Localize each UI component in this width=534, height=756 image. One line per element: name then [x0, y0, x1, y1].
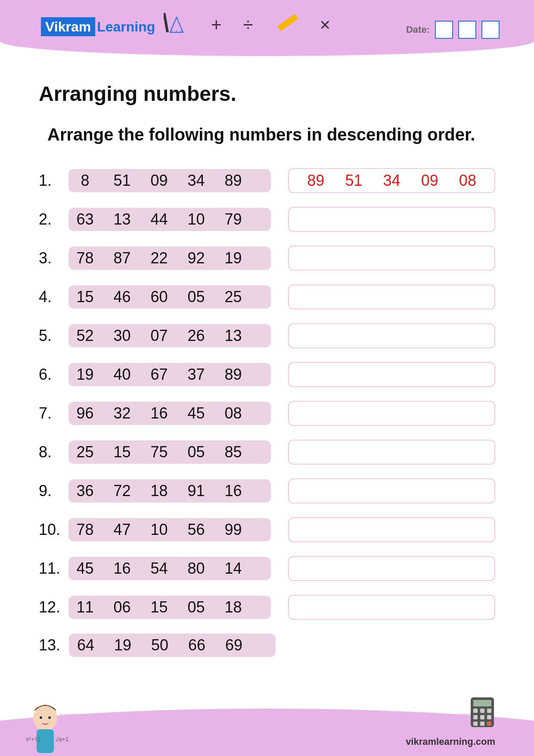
svg-text:x²+⅔: x²+⅔ — [26, 736, 40, 743]
number-chips: 6313441079 — [68, 208, 271, 231]
question-row: 2.6313441079 — [39, 207, 495, 232]
number-chip: 69 — [223, 636, 245, 654]
row-number: 2. — [39, 210, 68, 228]
svg-rect-13 — [473, 709, 478, 713]
number-chip: 15 — [75, 288, 96, 306]
number-chips: 1106150518 — [68, 596, 271, 619]
student-icon: x²+⅔ √a+1 — [22, 698, 69, 756]
answer-box[interactable] — [288, 284, 495, 309]
answer-box[interactable] — [288, 517, 495, 542]
content: Arranging numbers. Arrange the following… — [0, 56, 534, 657]
plus-icon: + — [211, 15, 222, 35]
row-number: 8. — [39, 443, 68, 461]
number-chip: 96 — [75, 404, 96, 422]
number-chip: 89 — [223, 172, 244, 190]
date-box-2[interactable] — [458, 21, 476, 39]
number-chip: 85 — [223, 443, 244, 461]
footer-wave — [0, 709, 534, 756]
number-chip: 44 — [149, 210, 170, 228]
number-chip: 60 — [149, 288, 170, 306]
number-chip: 64 — [75, 636, 96, 654]
question-row: 5.5230072613 — [39, 323, 495, 348]
answer-box[interactable] — [288, 440, 495, 465]
rows-container: 1.85109348989513409082.63134410793.78872… — [39, 168, 495, 657]
number-chip: 67 — [149, 366, 170, 384]
number-chip: 15 — [112, 443, 133, 461]
answer-box[interactable]: 8951340908 — [288, 168, 495, 193]
svg-rect-18 — [487, 715, 491, 719]
number-chip: 22 — [149, 249, 170, 267]
answer-box[interactable] — [288, 595, 495, 620]
number-chip: 36 — [75, 482, 96, 500]
number-chip: 87 — [112, 249, 133, 267]
number-chip: 8 — [75, 172, 96, 190]
number-chip: 75 — [149, 443, 170, 461]
question-row: 8.2515750585 — [39, 440, 495, 465]
number-chip: 34 — [186, 172, 207, 190]
question-row: 12.1106150518 — [39, 595, 495, 620]
number-chip: 13 — [112, 210, 133, 228]
number-chip: 11 — [75, 598, 96, 616]
row-number: 11. — [39, 559, 68, 578]
date-area: Date: — [406, 21, 500, 39]
answer-box[interactable] — [288, 323, 495, 348]
number-chip: 89 — [223, 366, 244, 384]
number-chip: 19 — [112, 636, 134, 654]
question-row: 3.7887229219 — [39, 246, 495, 271]
number-chip: 79 — [223, 210, 244, 228]
date-box-1[interactable] — [435, 21, 453, 39]
number-chip: 19 — [223, 249, 244, 267]
number-chip: 09 — [149, 172, 170, 190]
logo: VikramLearning — [41, 19, 155, 35]
number-chip: 14 — [223, 559, 244, 578]
multiply-icon: × — [320, 15, 331, 35]
number-chip: 63 — [75, 210, 96, 228]
question-row: 11.4516548014 — [39, 556, 495, 581]
answer-box[interactable] — [288, 401, 495, 426]
question-row: 6.1940673789 — [39, 362, 495, 387]
number-chip: 32 — [112, 404, 133, 422]
number-chip: 16 — [223, 482, 244, 500]
number-chip: 37 — [186, 366, 207, 384]
row-number: 4. — [39, 288, 68, 306]
number-chips: 6419506669 — [69, 634, 276, 657]
number-chip: 16 — [112, 559, 133, 578]
number-chip: 10 — [149, 521, 170, 539]
svg-rect-4 — [277, 14, 298, 31]
question-row: 4.1546600525 — [39, 284, 495, 309]
svg-point-7 — [48, 716, 51, 719]
number-chips: 9632164508 — [68, 402, 271, 425]
number-chip: 18 — [223, 598, 244, 616]
number-chips: 851093489 — [68, 169, 271, 192]
number-chip: 99 — [223, 521, 244, 539]
number-chips: 3672189116 — [68, 479, 271, 503]
answer-box[interactable] — [288, 207, 495, 232]
number-chip: 78 — [75, 521, 96, 539]
answer-box[interactable] — [288, 246, 495, 271]
answer-box[interactable] — [288, 362, 495, 387]
answer-box[interactable] — [288, 478, 495, 503]
number-chips: 2515750585 — [68, 440, 271, 464]
svg-rect-16 — [473, 715, 478, 719]
number-chip: 47 — [112, 521, 133, 539]
number-chip: 05 — [186, 598, 207, 616]
number-chip: 92 — [186, 249, 207, 267]
number-chip: 66 — [186, 636, 208, 654]
number-chip: 91 — [186, 482, 207, 500]
number-chip: 51 — [112, 172, 133, 190]
number-chip: 26 — [186, 327, 207, 345]
number-chip: 07 — [149, 327, 170, 345]
date-box-3[interactable] — [481, 21, 500, 39]
instruction: Arrange the following numbers in descend… — [47, 125, 495, 144]
svg-rect-14 — [480, 709, 484, 713]
row-number: 12. — [39, 598, 68, 616]
svg-point-6 — [40, 716, 42, 719]
logo-part2: Learning — [95, 19, 155, 34]
question-row: 1.8510934898951340908 — [39, 168, 495, 193]
answer-value: 89 — [305, 172, 326, 190]
number-chip: 25 — [223, 288, 244, 306]
ruler-icon — [275, 11, 298, 39]
number-chip: 15 — [149, 598, 170, 616]
answer-box[interactable] — [288, 556, 495, 581]
logo-part1: Vikram — [41, 17, 95, 36]
